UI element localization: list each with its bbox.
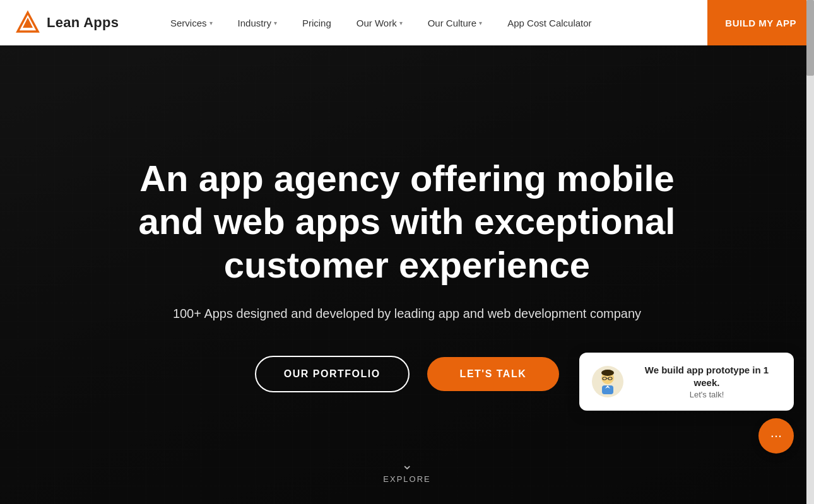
nav-label-services: Services xyxy=(170,18,207,28)
hero-section: An app agency offering mobile and web ap… xyxy=(0,0,814,504)
chat-dots-icon: ··· xyxy=(770,428,782,444)
chat-sub-text: Let's talk! xyxy=(632,390,781,399)
scrollbar[interactable] xyxy=(806,0,814,504)
nav-label-app-cost: App Cost Calculator xyxy=(507,18,591,28)
nav-item-app-cost[interactable]: App Cost Calculator xyxy=(495,0,604,45)
chat-avatar xyxy=(592,366,623,397)
hero-content: An app agency offering mobile and web ap… xyxy=(98,112,716,392)
logo-link[interactable]: Lean Apps xyxy=(0,10,158,35)
nav-label-our-culture: Our Culture xyxy=(428,18,477,28)
portfolio-button[interactable]: OUR PORTFOLIO xyxy=(255,356,410,392)
lets-talk-button[interactable]: LET'S TALK xyxy=(427,357,560,391)
logo-text: Lean Apps xyxy=(47,15,119,31)
avatar-illustration xyxy=(594,368,622,396)
hero-title: An app agency offering mobile and web ap… xyxy=(123,157,691,286)
chat-text-block: We build app prototype in 1 week. Let's … xyxy=(632,364,781,399)
nav-item-services[interactable]: Services ▾ xyxy=(158,0,225,45)
chevron-down-icon: ▾ xyxy=(399,20,403,26)
chevron-down-icon: ▾ xyxy=(274,20,277,26)
nav-label-industry: Industry xyxy=(238,18,271,28)
nav-item-our-culture[interactable]: Our Culture ▾ xyxy=(415,0,495,45)
nav-label-pricing: Pricing xyxy=(302,18,331,28)
svg-point-3 xyxy=(601,370,614,376)
logo-icon xyxy=(15,10,40,35)
explore-label: EXPLORE xyxy=(383,474,430,484)
build-my-app-button[interactable]: BUILD MY APP xyxy=(707,0,814,45)
chat-fab-button[interactable]: ··· xyxy=(758,418,794,454)
chat-bubble: We build app prototype in 1 week. Let's … xyxy=(579,353,794,411)
chevron-down-icon: ▾ xyxy=(479,20,482,26)
scrollbar-thumb[interactable] xyxy=(806,0,814,76)
chat-main-text: We build app prototype in 1 week. xyxy=(632,364,781,389)
explore-section[interactable]: ⌄ EXPLORE xyxy=(383,458,430,484)
nav-item-pricing[interactable]: Pricing xyxy=(290,0,344,45)
nav-cta-wrapper: BUILD MY APP xyxy=(707,0,814,45)
nav-label-our-work: Our Work xyxy=(357,18,397,28)
navbar: Lean Apps Services ▾ Industry ▾ Pricing … xyxy=(0,0,814,45)
nav-links: Services ▾ Industry ▾ Pricing Our Work ▾… xyxy=(158,0,707,45)
chevron-down-icon: ▾ xyxy=(209,20,213,26)
chat-widget: We build app prototype in 1 week. Let's … xyxy=(579,353,794,454)
nav-item-industry[interactable]: Industry ▾ xyxy=(225,0,290,45)
nav-item-our-work[interactable]: Our Work ▾ xyxy=(344,0,415,45)
chevron-down-icon: ⌄ xyxy=(401,458,413,472)
hero-subtitle: 100+ Apps designed and developed by lead… xyxy=(123,304,691,323)
